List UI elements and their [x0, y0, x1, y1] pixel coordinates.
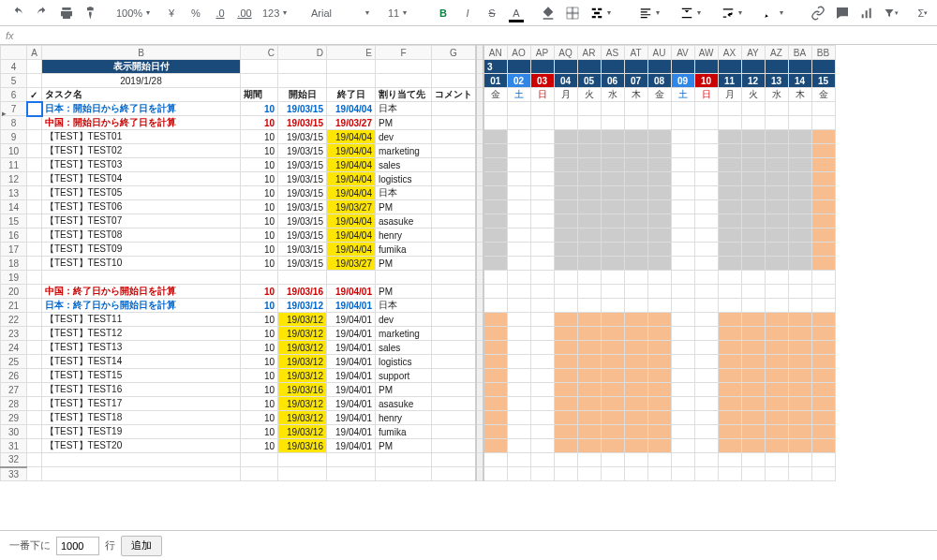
paint-format-button[interactable]	[81, 3, 101, 23]
zoom-select[interactable]: 100%▾	[112, 3, 150, 23]
fill-color-button[interactable]	[538, 3, 558, 23]
print-button[interactable]	[56, 3, 77, 23]
font-size-select[interactable]: 11▾	[384, 3, 422, 23]
decrease-decimal-button[interactable]: .0	[210, 3, 231, 23]
bold-button[interactable]: B	[433, 3, 454, 23]
rotate-button[interactable]: ▾	[759, 3, 796, 23]
toolbar: 100%▾ ¥ % .0 .00 123▾ Arial▾ 11▾ B I S A…	[0, 0, 937, 26]
filter-button[interactable]: ▾	[881, 3, 901, 23]
text-color-button[interactable]: A	[506, 3, 527, 23]
strike-button[interactable]: S	[482, 3, 502, 23]
redo-button[interactable]	[32, 3, 52, 23]
halign-button[interactable]: ▾	[635, 3, 673, 23]
undo-button[interactable]	[7, 3, 28, 23]
formula-bar[interactable]: fx	[0, 26, 937, 45]
borders-button[interactable]	[562, 3, 583, 23]
increase-decimal-button[interactable]: .00	[234, 3, 255, 23]
merge-button[interactable]: ▾	[587, 3, 624, 23]
wrap-button[interactable]: ▾	[718, 3, 755, 23]
italic-button[interactable]: I	[457, 3, 478, 23]
valign-button[interactable]: ▾	[677, 3, 714, 23]
chart-button[interactable]	[856, 3, 877, 23]
currency-button[interactable]: ¥	[161, 3, 182, 23]
number-format-select[interactable]: 123▾	[259, 3, 296, 23]
percent-button[interactable]: %	[186, 3, 206, 23]
functions-button[interactable]: Σ▾	[913, 3, 933, 23]
font-select[interactable]: Arial▾	[307, 3, 373, 23]
comment-button[interactable]	[832, 3, 853, 23]
link-button[interactable]	[808, 3, 828, 23]
